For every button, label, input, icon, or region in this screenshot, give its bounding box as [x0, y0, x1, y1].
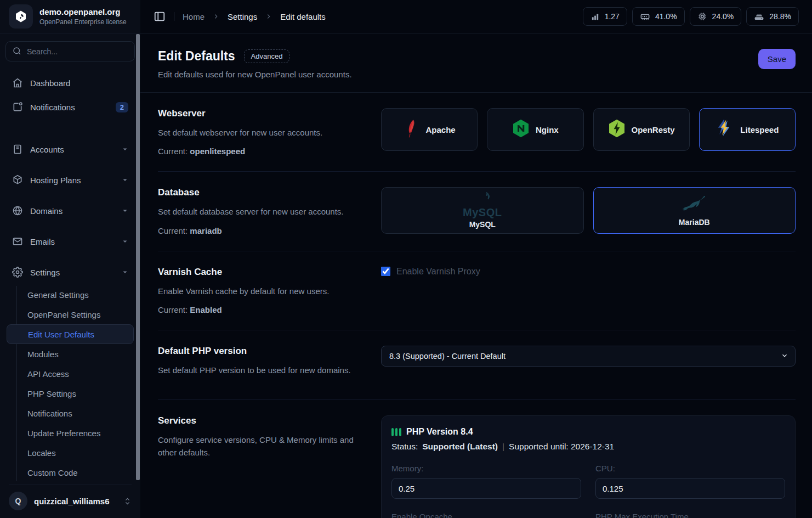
section-title: Webserver	[158, 108, 359, 119]
avatar: Q	[9, 492, 27, 510]
brand-text: demo.openpanel.org OpenPanel Enterprise …	[39, 7, 127, 26]
webserver-options: Apache Nginx OpenResty Litespeed	[381, 108, 796, 156]
user-menu[interactable]: Q quizzical_williams6	[0, 485, 140, 518]
submenu-item-locales[interactable]: Locales	[7, 443, 134, 463]
sidebar-footer: Q quizzical_williams6	[0, 485, 140, 518]
globe-icon	[12, 205, 23, 216]
section-varnish: Varnish Cache Enable Varnish cache by de…	[158, 251, 796, 330]
search-icon	[12, 46, 22, 58]
database-option-label: MariaDB	[679, 218, 710, 227]
brand[interactable]: demo.openpanel.org OpenPanel Enterprise …	[0, 0, 140, 33]
submenu-item-update-preferences[interactable]: Update Preferences	[7, 423, 134, 443]
sidebar-item-emails[interactable]: Emails	[7, 233, 134, 250]
section-database: Database Set default database server for…	[158, 172, 796, 251]
php-version-control: 8.3 (Supported) - Current Default	[381, 346, 796, 384]
stat-value: 1.27	[605, 12, 620, 21]
breadcrumb-home[interactable]: Home	[183, 12, 205, 21]
submenu-item-php-settings[interactable]: PHP Settings	[7, 384, 134, 403]
varnish-proxy-label: Enable Varnish Proxy	[396, 267, 480, 277]
field-cpu: CPU:	[595, 464, 785, 499]
webserver-option-openresty[interactable]: OpenResty	[593, 108, 690, 151]
sidebar-item-label: Domains	[30, 206, 115, 216]
section-info: Default PHP version Set default PHP vers…	[158, 346, 381, 384]
gear-icon	[12, 267, 23, 278]
field-label: Memory:	[391, 464, 581, 473]
sidebar-item-dashboard[interactable]: Dashboard	[7, 75, 134, 91]
field-enable-opcache: Enable Opcache	[391, 512, 581, 518]
field-label: CPU:	[595, 464, 785, 473]
status-value: Supported (Latest)	[422, 442, 498, 452]
sidebar-item-settings[interactable]: Settings	[7, 264, 134, 280]
chevron-right-icon	[265, 13, 272, 20]
cpu-input[interactable]	[595, 478, 785, 499]
share-square-icon	[12, 102, 23, 112]
save-button[interactable]: Save	[758, 49, 796, 69]
database-option-mysql[interactable]: MySQL MySQL	[381, 187, 584, 234]
varnish-proxy-checkbox[interactable]	[381, 267, 390, 276]
webserver-option-nginx[interactable]: Nginx	[487, 108, 583, 151]
php-service-status-icon	[391, 428, 401, 436]
sidebar-item-accounts[interactable]: Accounts	[7, 141, 134, 157]
user-name: quizzical_williams6	[34, 497, 117, 506]
section-webserver: Webserver Set default webserver for new …	[158, 93, 796, 172]
divider	[174, 12, 174, 21]
submenu-item-general-settings[interactable]: General Settings	[7, 285, 134, 305]
field-label: Enable Opcache	[391, 512, 581, 518]
webserver-option-label: Nginx	[536, 125, 559, 134]
submenu-item-custom-code[interactable]: Custom Code	[7, 463, 134, 482]
php-version-select[interactable]: 8.3 (Supported) - Current Default	[381, 346, 796, 367]
php-service-card: PHP Version 8.4 Status: Supported (Lates…	[381, 415, 796, 518]
submenu-item-modules[interactable]: Modules	[7, 344, 134, 364]
services-panel: PHP Version 8.4 Status: Supported (Lates…	[381, 415, 796, 518]
sidebar-search	[5, 41, 135, 61]
stat-disk[interactable]: 28.8%	[746, 7, 799, 26]
submenu-item-edit-user-defaults[interactable]: Edit User Defaults	[7, 324, 134, 344]
breadcrumb-settings[interactable]: Settings	[228, 12, 257, 21]
stat-cpu[interactable]: 24.0%	[690, 7, 742, 26]
sidebar-item-notifications[interactable]: Notifications 2	[7, 99, 134, 115]
load-average-icon	[590, 12, 600, 21]
current-value: openlitespeed	[190, 147, 245, 156]
chevron-right-icon	[212, 13, 220, 20]
database-option-mariadb[interactable]: MariaDB	[593, 187, 796, 234]
nginx-icon	[512, 119, 530, 140]
webserver-option-litespeed[interactable]: Litespeed	[699, 108, 796, 151]
webserver-option-label: Litespeed	[740, 125, 779, 134]
sidebar-toggle-icon[interactable]	[154, 10, 166, 22]
section-default-php: Default PHP version Set default PHP vers…	[158, 330, 796, 400]
memory-input[interactable]	[391, 478, 581, 499]
apache-feather-icon	[404, 119, 420, 140]
sidebar-item-domains[interactable]: Domains	[7, 202, 134, 219]
chevron-down-icon	[122, 177, 128, 183]
webserver-option-apache[interactable]: Apache	[381, 108, 478, 151]
openresty-icon	[608, 119, 626, 140]
advanced-badge[interactable]: Advanced	[244, 49, 290, 63]
mysql-wordmark: MySQL	[463, 207, 502, 218]
stat-value: 41.0%	[655, 12, 677, 21]
sidebar-nav: Dashboard Notifications 2 Accounts Hosti…	[0, 61, 140, 485]
varnish-control: Enable Varnish Proxy	[381, 267, 796, 277]
submenu-item-notifications[interactable]: Notifications	[7, 403, 134, 423]
submenu-item-openpanel-settings[interactable]: OpenPanel Settings	[7, 305, 134, 324]
sidebar-item-label: Emails	[30, 237, 115, 246]
sidebar-scrollbar[interactable]	[136, 34, 140, 480]
sidebar-item-hosting-plans[interactable]: Hosting Plans	[7, 172, 134, 188]
page-header-text: Edit Defaults Advanced Edit defaults use…	[158, 49, 352, 79]
sidebar-item-label: Hosting Plans	[30, 176, 115, 185]
search-input[interactable]	[5, 41, 135, 61]
php-service-status-line: Status: Supported (Latest) | Supported u…	[391, 442, 785, 452]
topbar: Home Settings Edit defaults 1.27 41.0% 2…	[140, 0, 812, 33]
submenu-item-api-access[interactable]: API Access	[7, 364, 134, 384]
current-label: Current:	[158, 305, 188, 314]
database-options: MySQL MySQL MariaDB	[381, 187, 796, 235]
stat-value: 24.0%	[712, 12, 734, 21]
book-icon	[12, 144, 23, 155]
settings-submenu: General Settings OpenPanel Settings Edit…	[0, 285, 140, 482]
section-info: Database Set default database server for…	[158, 187, 381, 235]
webserver-option-label: OpenResty	[632, 125, 675, 134]
disk-icon	[754, 12, 764, 22]
stat-load-average[interactable]: 1.27	[583, 7, 627, 26]
field-max-execution-time: PHP Max Execution Time	[595, 512, 785, 518]
current-value-line: Current: openlitespeed	[158, 147, 359, 156]
stat-memory[interactable]: 41.0%	[632, 7, 685, 26]
